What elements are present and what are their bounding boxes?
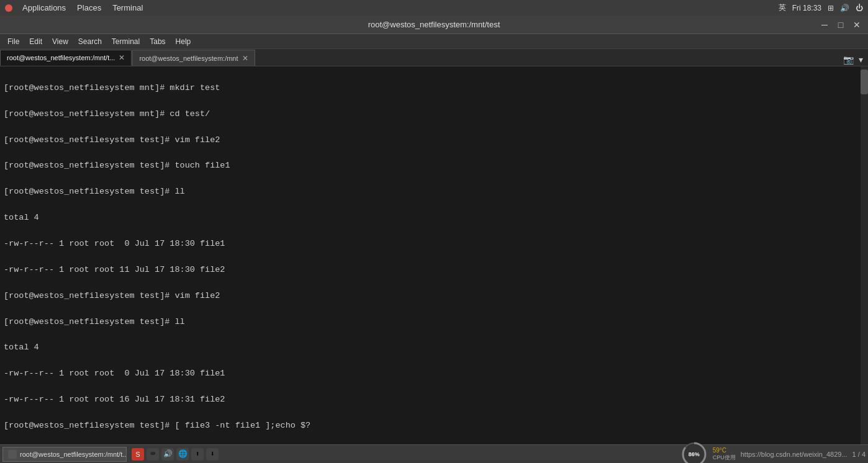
maximize-button[interactable]: □	[834, 19, 847, 31]
minimize-button[interactable]: ─	[818, 19, 831, 31]
quicklaunch-icon-5[interactable]: ⬆	[191, 448, 204, 461]
url-display: https://blog.csdn.net/weixin_4829...	[741, 451, 848, 458]
line-3: [root@westos_netfilesystem test]# vim fi…	[4, 134, 864, 147]
quicklaunch-icon-3[interactable]: 🔊	[161, 448, 174, 461]
language-indicator: 英	[779, 2, 786, 13]
menu-file[interactable]: File	[2, 36, 24, 47]
tab-dropdown-btn[interactable]: ▾	[856, 53, 866, 66]
menu-bar: File Edit View Search Terminal Tabs Help	[0, 34, 868, 49]
taskbar-terminal-item[interactable]: root@westos_netfilesystem:/mnt/t...	[2, 447, 127, 462]
line-4: [root@westos_netfilesystem test]# touch …	[4, 160, 864, 173]
quicklaunch-icon-1[interactable]: S	[132, 448, 144, 461]
terminal-menu[interactable]: Terminal	[107, 2, 148, 14]
scrollbar[interactable]	[861, 66, 868, 444]
line-12: -rw-r--r-- 1 root root 0 Jul 17 18:30 fi…	[4, 367, 864, 380]
line-13: -rw-r--r-- 1 root root 16 Jul 17 18:31 f…	[4, 393, 864, 407]
taskbar-right: 86% 59°C CPU使用 https://blog.csdn.net/wei…	[680, 446, 866, 463]
tab-0-close[interactable]: ✕	[119, 53, 125, 62]
menu-terminal[interactable]: Terminal	[107, 36, 145, 47]
tab-screenshot-btn[interactable]: 📷	[841, 53, 856, 66]
taskbar-item-label: root@westos_netfilesystem:/mnt/t...	[20, 451, 127, 458]
menu-view[interactable]: View	[47, 36, 73, 47]
tab-0[interactable]: root@westos_netfilesystem:/mnt/t... ✕	[0, 50, 132, 66]
taskbar: root@westos_netfilesystem:/mnt/t... S ⌨ …	[0, 444, 868, 463]
clock: Fri 18:33	[792, 4, 821, 12]
tab-0-label: root@westos_netfilesystem:/mnt/t...	[7, 54, 115, 61]
line-10: [root@westos_netfilesystem test]# ll	[4, 316, 864, 329]
places-menu[interactable]: Places	[72, 2, 106, 14]
tab-1[interactable]: root@westos_netfilesystem:/mnt ✕	[132, 50, 255, 66]
line-1: [root@westos_netfilesystem mnt]# mkdir t…	[4, 82, 864, 95]
quicklaunch-icon-2[interactable]: ⌨	[147, 448, 159, 461]
system-bar: Applications Places Terminal 英 Fri 18:33…	[0, 0, 868, 16]
volume-icon: 🔊	[840, 4, 849, 12]
close-button[interactable]: ✕	[851, 19, 863, 31]
cpu-gauge-container: 86%	[680, 446, 708, 463]
distro-icon	[5, 4, 12, 12]
line-6: total 4	[4, 212, 864, 225]
quicklaunch-icon-4[interactable]: 🌐	[176, 448, 189, 461]
temp-container: 59°C CPU使用	[713, 447, 736, 462]
applications-menu[interactable]: Applications	[17, 2, 71, 14]
menu-tabs[interactable]: Tabs	[145, 36, 170, 47]
menu-edit[interactable]: Edit	[24, 36, 47, 47]
title-bar: root@westos_netfilesystem:/mnt/test ─ □ …	[0, 16, 868, 34]
tab-1-close[interactable]: ✕	[242, 54, 248, 63]
line-14: [root@westos_netfilesystem test]# [ file…	[4, 420, 864, 433]
terminal-window: root@westos_netfilesystem:/mnt/test ─ □ …	[0, 16, 868, 444]
tab-bar: root@westos_netfilesystem:/mnt/t... ✕ ro…	[0, 49, 868, 66]
menu-help[interactable]: Help	[171, 36, 196, 47]
cpu-label: CPU使用	[713, 454, 736, 462]
terminal-taskbar-icon	[8, 450, 17, 459]
line-2: [root@westos_netfilesystem mnt]# cd test…	[4, 108, 864, 121]
line-11: total 4	[4, 341, 864, 354]
network-icon: ⊞	[828, 4, 834, 12]
taskbar-quicklaunch: S ⌨ 🔊 🌐 ⬆ ⬇	[132, 448, 219, 461]
page-number: 1 / 4	[852, 451, 866, 458]
window-title: root@westos_netfilesystem:/mnt/test	[368, 20, 500, 29]
quicklaunch-icon-6[interactable]: ⬇	[206, 448, 219, 461]
menu-search[interactable]: Search	[73, 36, 107, 47]
terminal-content[interactable]: [root@westos_netfilesystem mnt]# mkdir t…	[0, 66, 868, 444]
tab-1-label: root@westos_netfilesystem:/mnt	[139, 55, 238, 62]
temperature: 59°C	[713, 447, 736, 454]
cpu-percent: 86%	[689, 451, 700, 457]
line-8: -rw-r--r-- 1 root root 11 Jul 17 18:30 f…	[4, 264, 864, 277]
line-7: -rw-r--r-- 1 root root 0 Jul 17 18:30 fi…	[4, 238, 864, 251]
power-icon: ⏻	[856, 4, 863, 12]
line-9: [root@westos_netfilesystem test]# vim fi…	[4, 290, 864, 303]
line-5: [root@westos_netfilesystem test]# ll	[4, 186, 864, 199]
scrollbar-thumb[interactable]	[861, 70, 868, 94]
